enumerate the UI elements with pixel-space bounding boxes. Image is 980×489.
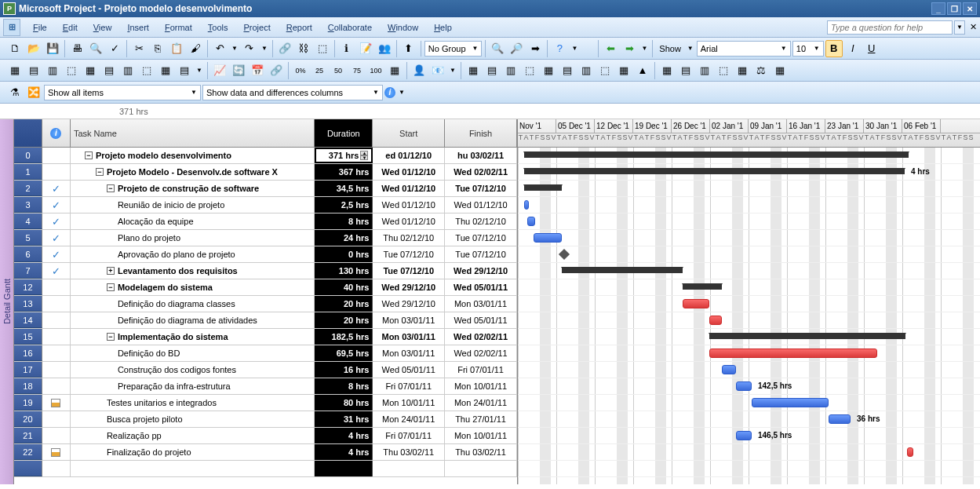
info-cell[interactable]: ✓ — [42, 213, 71, 229]
compare-1[interactable]: ▦ — [658, 62, 676, 79]
start-cell[interactable]: Wed 29/12/10 — [373, 296, 445, 312]
finish-cell[interactable]: Wed 29/12/10 — [445, 263, 517, 279]
cut-icon[interactable]: ✂ — [130, 40, 148, 57]
unlink-icon[interactable]: ⛓ — [295, 40, 312, 57]
undo-icon[interactable]: ↶ — [211, 40, 228, 57]
gantt-bar[interactable] — [524, 200, 529, 210]
info-cell[interactable]: ✓ — [42, 181, 71, 196]
duration-cell[interactable]: 4 hrs — [315, 444, 373, 460]
start-cell[interactable]: Mon 03/01/11 — [373, 329, 445, 345]
start-cell[interactable]: Wed 01/12/10 — [373, 181, 445, 196]
row-number[interactable]: 18 — [14, 378, 42, 394]
tb2-4[interactable]: ⬚ — [63, 62, 80, 79]
view-2[interactable]: ▤ — [483, 62, 501, 79]
info-cell[interactable] — [42, 164, 71, 180]
start-cell[interactable]: Tue 07/12/10 — [373, 263, 445, 279]
collab-1[interactable]: 👤 — [410, 62, 428, 79]
pct-50[interactable]: 50 — [330, 62, 347, 79]
info-cell[interactable] — [42, 279, 71, 295]
duration-cell[interactable]: 24 hrs — [315, 230, 373, 246]
duration-cell[interactable]: 2,5 hrs — [315, 197, 373, 213]
table-row[interactable]: 1−Projeto Modelo - Desenvolv.de software… — [14, 164, 517, 181]
task-name-cell[interactable]: Definição do diagrama classes — [71, 296, 315, 312]
menu-tools[interactable]: Tools — [200, 20, 236, 35]
pct-100[interactable]: 100 — [367, 62, 384, 79]
pct-0[interactable]: 0% — [292, 62, 309, 79]
format-painter-icon[interactable]: 🖌 — [187, 40, 204, 57]
milestone[interactable] — [559, 249, 570, 260]
menu-insert[interactable]: Insert — [119, 20, 157, 35]
duration-cell[interactable]: 0 hrs — [315, 246, 373, 262]
view-9[interactable]: ▦ — [615, 62, 632, 79]
task-name-cell[interactable]: −Implementação do sistema — [71, 329, 315, 345]
task-name-cell[interactable]: Busca projeto piloto — [71, 411, 315, 427]
start-cell[interactable]: Tue 07/12/10 — [373, 246, 445, 262]
tb2-5[interactable]: ▦ — [82, 62, 99, 79]
outline-toggle[interactable]: − — [107, 184, 115, 192]
copy-icon[interactable]: ⎘ — [149, 40, 166, 57]
task-name-cell[interactable]: Plano do projeto — [71, 230, 315, 246]
duration-spinner[interactable]: ▴▾ — [360, 151, 368, 160]
row-number[interactable]: 20 — [14, 411, 42, 427]
help-icon[interactable]: ? — [551, 40, 568, 57]
table-row[interactable]: 13Definição do diagrama classes20 hrsWed… — [14, 296, 517, 312]
header-finish[interactable]: Finish — [445, 119, 517, 147]
bold-button[interactable]: B — [825, 40, 843, 57]
gantt-bar[interactable] — [683, 283, 722, 290]
menu-format[interactable]: Format — [157, 20, 200, 35]
filter-icon-1[interactable]: ⚗ — [6, 84, 24, 101]
header-task[interactable]: Task Name — [71, 119, 315, 147]
info-circle-icon[interactable]: i — [384, 87, 395, 98]
start-cell[interactable]: Wed 01/12/10 — [373, 197, 445, 213]
tb2-9[interactable]: ▦ — [157, 62, 174, 79]
row-number[interactable]: 0 — [14, 148, 42, 163]
row-number[interactable]: 3 — [14, 197, 42, 213]
duration-cell[interactable]: 34,5 hrs — [315, 181, 373, 196]
minimize-button[interactable]: _ — [931, 2, 945, 15]
paste-icon[interactable]: 📋 — [168, 40, 185, 57]
close-button[interactable]: ✕ — [963, 2, 977, 15]
table-row[interactable]: 21Realização pp4 hrsFri 07/01/11Mon 10/0… — [14, 428, 517, 444]
view-4[interactable]: ⬚ — [521, 62, 538, 79]
start-cell[interactable]: Thu 03/02/11 — [373, 444, 445, 460]
row-number[interactable]: 17 — [14, 362, 42, 378]
start-cell[interactable]: Wed 01/12/10 — [373, 164, 445, 180]
task-name-cell[interactable]: Realização pp — [71, 428, 315, 443]
zoom-in-icon[interactable]: 🔍 — [489, 40, 506, 57]
preview-icon[interactable]: 🔍 — [87, 40, 104, 57]
finish-cell[interactable]: Mon 10/01/11 — [445, 378, 517, 394]
gantt-bar[interactable] — [524, 184, 562, 191]
filter-icon-2[interactable]: 🔀 — [25, 84, 42, 101]
view-7[interactable]: ▥ — [577, 62, 595, 79]
table-row[interactable]: 22Finalização do projeto4 hrsThu 03/02/1… — [14, 444, 517, 461]
task-name-cell[interactable]: Reunião de inicio de projeto — [71, 197, 315, 213]
finish-cell[interactable]: Mon 03/01/11 — [445, 296, 517, 312]
row-number[interactable]: 1 — [14, 164, 42, 180]
table-row[interactable]: 2✓−Projeto de construção de software34,5… — [14, 181, 517, 197]
duration-cell[interactable]: 4 hrs — [315, 428, 373, 443]
row-number[interactable]: 15 — [14, 329, 42, 345]
finish-cell[interactable]: Mon 10/01/11 — [445, 428, 517, 443]
duration-cell[interactable]: 182,5 hrs — [315, 329, 373, 345]
task-name-cell[interactable]: Alocação da equipe — [71, 213, 315, 229]
info-cell[interactable] — [42, 345, 71, 361]
finish-cell[interactable]: Tue 07/12/10 — [445, 230, 517, 246]
group-combo[interactable]: No Group▼ — [424, 41, 483, 57]
finish-cell[interactable]: Fri 07/01/11 — [445, 362, 517, 378]
save-icon[interactable]: 💾 — [44, 40, 61, 57]
task-name-cell[interactable]: +Levantamento dos requisitos — [71, 263, 315, 279]
header-start[interactable]: Start — [373, 119, 445, 147]
finish-cell[interactable]: Wed 02/02/11 — [445, 345, 517, 361]
info-cell[interactable] — [42, 411, 71, 427]
gantt-bar[interactable] — [534, 233, 562, 243]
pct-25[interactable]: 25 — [311, 62, 328, 79]
link-icon[interactable]: 🔗 — [276, 40, 293, 57]
tb2-1[interactable]: ▦ — [6, 62, 24, 79]
gantt-bar[interactable] — [829, 414, 851, 424]
finish-cell[interactable]: Wed 05/01/11 — [445, 279, 517, 295]
duration-cell[interactable]: 80 hrs — [315, 395, 373, 411]
tb2-2[interactable]: ▤ — [25, 62, 42, 79]
row-number[interactable]: 22 — [14, 444, 42, 460]
info-cell[interactable] — [42, 329, 71, 345]
start-cell[interactable]: ed 01/12/10 — [373, 148, 445, 163]
